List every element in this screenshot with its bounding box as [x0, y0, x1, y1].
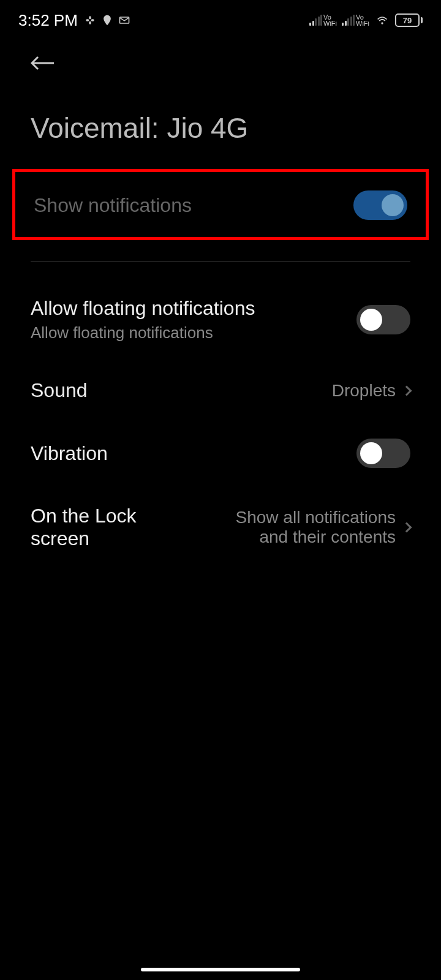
signal-2: VoWiFi — [342, 14, 369, 26]
status-icons-left — [84, 14, 130, 26]
floating-label-stack: Allow floating notifications Allow float… — [31, 297, 255, 342]
floating-label: Allow floating notifications — [31, 297, 255, 320]
divider — [31, 261, 410, 262]
vibration-row[interactable]: Vibration — [0, 420, 441, 486]
status-bar: 3:52 PM VoWiFi — [0, 0, 441, 37]
battery-level: 79 — [395, 13, 420, 27]
highlight-box: Show notifications — [12, 169, 429, 240]
chevron-right-icon — [402, 522, 412, 533]
vowifi-label-1: VoWiFi — [323, 14, 337, 26]
status-time: 3:52 PM — [18, 11, 78, 30]
lockscreen-row[interactable]: On the Lock screen Show all notification… — [0, 486, 441, 568]
mail-icon — [118, 14, 130, 26]
show-notifications-label: Show notifications — [34, 194, 192, 217]
show-notifications-row[interactable]: Show notifications — [34, 190, 407, 220]
status-left: 3:52 PM — [18, 11, 130, 30]
toggle-knob — [382, 194, 404, 216]
chevron-right-icon — [402, 385, 412, 396]
back-arrow-icon[interactable] — [31, 54, 55, 72]
battery-tip — [421, 17, 423, 23]
floating-sublabel: Allow floating notifications — [31, 323, 255, 342]
floating-notifications-row[interactable]: Allow floating notifications Allow float… — [0, 279, 441, 361]
home-indicator[interactable] — [141, 968, 300, 971]
signal-bars-icon — [342, 15, 355, 26]
status-right: VoWiFi VoWiFi 79 — [309, 13, 423, 27]
lockscreen-label: On the Lock screen — [31, 505, 178, 550]
vibration-toggle[interactable] — [356, 439, 410, 468]
toggle-knob — [360, 309, 382, 331]
sound-value: Droplets — [332, 381, 396, 401]
wifi-icon — [374, 14, 390, 26]
vowifi-label-2: VoWiFi — [356, 14, 369, 26]
sound-row[interactable]: Sound Droplets — [0, 361, 441, 420]
page-title: Voicemail: Jio 4G — [0, 87, 441, 163]
svg-rect-1 — [91, 19, 94, 21]
floating-toggle[interactable] — [356, 305, 410, 334]
show-notifications-toggle[interactable] — [353, 190, 407, 220]
vibration-label: Vibration — [31, 442, 108, 465]
toggle-knob — [360, 442, 382, 464]
lockscreen-value: Show all notifications and their content… — [212, 508, 396, 547]
battery-indicator: 79 — [395, 13, 423, 27]
svg-rect-2 — [89, 16, 91, 19]
lockscreen-value-group: Show all notifications and their content… — [212, 508, 410, 547]
sound-value-group: Droplets — [332, 381, 410, 401]
header-bar — [0, 37, 441, 87]
svg-rect-3 — [89, 21, 91, 24]
sound-label: Sound — [31, 379, 88, 402]
signal-1: VoWiFi — [309, 14, 337, 26]
location-icon — [101, 14, 113, 26]
signal-bars-icon — [309, 15, 322, 26]
slack-icon — [84, 14, 96, 26]
svg-rect-0 — [86, 19, 89, 21]
